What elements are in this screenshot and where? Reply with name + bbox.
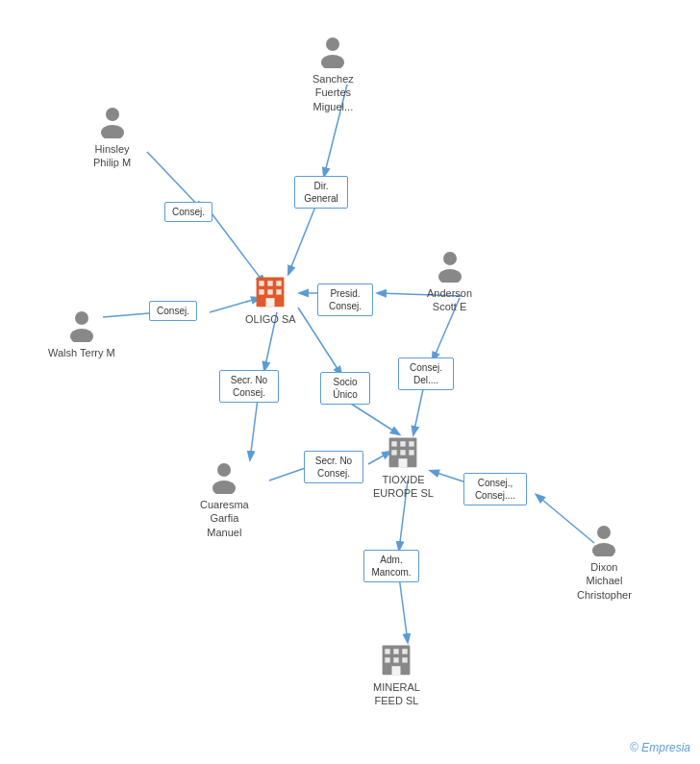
node-anderson: Anderson Scott E [427, 248, 472, 314]
building-icon-mineral [379, 642, 413, 677]
svg-point-37 [212, 481, 236, 494]
svg-rect-53 [394, 657, 399, 662]
badge-presid-consej: Presid. Consej. [317, 283, 373, 316]
svg-rect-50 [394, 649, 399, 653]
person-icon-cuaresma [207, 459, 241, 494]
person-icon-walsh [64, 308, 99, 342]
label-cuaresma: Cuaresma Garfia Manuel [200, 498, 249, 539]
svg-point-46 [597, 526, 611, 539]
svg-rect-26 [268, 281, 273, 285]
svg-point-21 [321, 55, 344, 68]
person-icon-dixon [587, 522, 621, 556]
svg-point-35 [70, 329, 93, 342]
svg-point-23 [101, 125, 124, 138]
badge-consej-hinsley: Consej. [164, 202, 212, 222]
svg-rect-28 [260, 289, 264, 294]
person-icon-hinsley [95, 104, 130, 138]
badge-consej-consej: Consej., Consej.... [463, 473, 527, 505]
svg-point-33 [438, 269, 462, 283]
diagram: Sanchez Fuertes Miguel... Hinsley Philip… [0, 0, 700, 764]
svg-point-20 [326, 37, 339, 51]
label-hinsley: Hinsley Philip M [93, 142, 131, 170]
svg-rect-44 [410, 450, 414, 455]
node-tioxide: TIOXIDE EUROPE SL [373, 434, 434, 501]
label-dixon: Dixon Michael Christopher [577, 560, 632, 602]
svg-rect-31 [266, 298, 275, 307]
svg-rect-45 [399, 458, 408, 467]
svg-rect-29 [268, 289, 273, 294]
label-sanchez: Sanchez Fuertes Miguel... [312, 72, 354, 113]
svg-point-32 [443, 252, 457, 265]
watermark: © Empresia [630, 741, 690, 754]
copyright-symbol: © [630, 741, 638, 754]
svg-rect-52 [386, 657, 390, 662]
person-icon-anderson [433, 248, 467, 283]
svg-rect-51 [403, 649, 408, 653]
node-sanchez: Sanchez Fuertes Miguel... [312, 34, 354, 113]
svg-point-34 [75, 311, 88, 325]
svg-line-1 [288, 202, 317, 274]
svg-point-47 [592, 543, 615, 556]
label-mineral: MINERAL FEED SL [373, 680, 420, 708]
building-icon-tioxide [386, 434, 420, 469]
node-cuaresma: Cuaresma Garfia Manuel [200, 459, 249, 539]
svg-line-10 [298, 308, 341, 375]
svg-rect-54 [403, 657, 408, 662]
svg-rect-25 [260, 281, 264, 285]
svg-line-19 [399, 577, 408, 642]
svg-point-22 [106, 108, 119, 121]
badge-secr-no-consej1: Secr. No Consej. [219, 370, 279, 403]
badge-consej-walsh: Consej. [149, 301, 197, 321]
svg-point-36 [217, 463, 231, 477]
node-walsh: Walsh Terry M [48, 308, 115, 359]
node-oligo: OLIGO SA [245, 274, 296, 326]
svg-rect-55 [392, 666, 401, 675]
svg-rect-41 [410, 441, 414, 446]
node-hinsley: Hinsley Philip M [93, 104, 131, 170]
svg-line-2 [147, 152, 202, 209]
label-anderson: Anderson Scott E [427, 286, 472, 314]
node-dixon: Dixon Michael Christopher [577, 522, 632, 602]
badge-dir-general: Dir. General [294, 176, 348, 209]
person-icon-sanchez [315, 34, 350, 68]
svg-rect-30 [277, 289, 282, 294]
badge-consej-del: Consej. Del.... [398, 357, 454, 390]
svg-rect-49 [386, 649, 390, 653]
label-walsh: Walsh Terry M [48, 346, 115, 359]
node-mineral: MINERAL FEED SL [373, 642, 420, 708]
badge-socio-unico: Socio Único [320, 372, 370, 405]
badge-adm-mancom: Adm. Mancom. [363, 550, 419, 582]
svg-rect-39 [392, 441, 397, 446]
svg-rect-43 [401, 450, 406, 455]
svg-line-9 [250, 399, 258, 459]
badge-secr-no-consej2: Secr. No Consej. [304, 451, 363, 483]
brand-name: Empresia [641, 741, 690, 754]
label-oligo: OLIGO SA [245, 312, 296, 326]
svg-line-13 [413, 389, 423, 434]
svg-rect-42 [392, 450, 397, 455]
svg-rect-40 [401, 441, 406, 446]
svg-line-11 [351, 404, 399, 434]
building-icon-oligo [253, 274, 288, 308]
label-tioxide: TIOXIDE EUROPE SL [373, 473, 434, 501]
svg-rect-27 [277, 281, 282, 285]
